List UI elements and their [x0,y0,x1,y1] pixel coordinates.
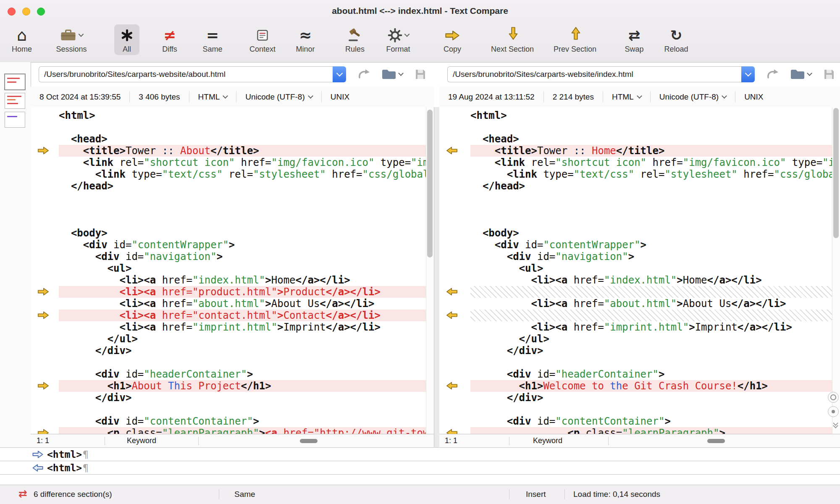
code-line[interactable]: <p class="learnParagraph"> [470,427,840,434]
code-line[interactable] [59,204,434,215]
right-format-dropdown[interactable]: HTML [603,92,650,102]
toolbar-rules-button[interactable]: Rules [339,24,370,55]
right-path-dropdown-button[interactable] [741,66,755,82]
code-line[interactable]: <div id="contentContainer"> [470,415,840,427]
left-code-pane[interactable]: <html> <head> <title>Tower :: About</tit… [31,107,434,434]
diff-section-arrow[interactable] [37,311,50,320]
code-line[interactable]: <ul> [470,262,840,274]
code-line[interactable]: <link rel="shortcut icon" href="img/favi… [59,157,434,168]
code-line[interactable]: </div> [470,392,840,404]
diff-section-arrow[interactable] [446,287,458,296]
left-folder-icon[interactable] [381,68,403,80]
toolbar-copy-button[interactable]: Copy [438,24,467,55]
left-scrollbar-thumb[interactable] [427,110,433,257]
left-code-editor[interactable]: <html> <head> <title>Tower :: About</tit… [59,107,434,434]
left-path-dropdown-button[interactable] [333,66,346,82]
code-line[interactable] [59,121,434,133]
code-line[interactable]: <li><a href="about.html">About Us</a></l… [59,298,434,310]
scroll-to-end-button[interactable] [834,421,837,426]
close-button[interactable] [8,8,16,16]
code-line[interactable]: <li><a href="imprint.html">Imprint</a></… [470,321,840,333]
right-history-icon[interactable] [766,68,779,80]
missing-line-row[interactable] [470,286,840,298]
left-file-path-input[interactable] [39,66,333,82]
code-line[interactable]: <link type="text/css" rel="stylesheet" h… [59,168,434,180]
toolbar-minor-button[interactable]: ≈Minor [290,24,320,55]
minimize-button[interactable] [22,8,30,16]
diff-section-arrow[interactable] [37,146,50,155]
code-line[interactable]: <link rel="shortcut icon" href="img/favi… [470,157,840,168]
code-line[interactable]: </div> [59,392,434,404]
code-line[interactable]: </div> [59,345,434,357]
code-line[interactable]: <link type="text/css" rel="stylesheet" h… [470,168,840,180]
left-vertical-scrollbar[interactable] [426,107,434,434]
code-line[interactable]: <html> [59,110,434,121]
code-line[interactable]: <h1>About This Project</h1> [59,380,434,392]
code-line[interactable]: </ul> [470,333,840,345]
code-line[interactable]: <ul> [59,262,434,274]
diff-section-arrow[interactable] [37,428,50,434]
right-save-icon[interactable] [823,68,835,81]
code-line[interactable]: <html> [470,110,840,121]
toolbar-all-button[interactable]: All [114,24,139,55]
code-line[interactable] [470,192,840,204]
overview-page-thumbnail[interactable] [5,74,25,90]
overview-page-thumbnail[interactable] [5,112,25,128]
left-save-icon[interactable] [414,68,427,81]
toolbar-sessions-button[interactable]: Sessions [50,24,92,55]
right-code-pane[interactable]: <html> <head> <title>Tower :: Home</titl… [439,107,840,434]
code-line[interactable] [59,404,434,415]
code-line[interactable] [470,204,840,215]
code-line[interactable]: </head> [59,180,434,192]
code-line[interactable]: <li><a href="index.html">Home</a></li> [470,274,840,286]
code-line[interactable] [470,215,840,227]
code-line[interactable]: </div> [470,345,840,357]
code-line[interactable]: <div id="contentWrapper"> [470,239,840,251]
diff-section-arrow[interactable] [446,381,458,390]
toolbar-same-button[interactable]: =Same [197,24,228,55]
right-file-path-input[interactable] [447,66,741,82]
code-line[interactable]: <div id="contentWrapper"> [59,239,434,251]
toolbar-next-section-button[interactable]: Next Section [485,24,540,55]
toolbar-reload-button[interactable]: ↻Reload [658,24,694,55]
missing-line-row[interactable] [470,310,840,321]
code-line[interactable] [59,192,434,204]
code-line[interactable]: <h1>Welcome to the Git Crash Course!</h1… [470,380,840,392]
diff-section-arrow[interactable] [446,311,458,320]
right-scrollbar-thumb[interactable] [833,108,839,238]
toolbar-format-button[interactable]: Format [380,24,416,55]
code-line[interactable] [470,357,840,368]
code-line[interactable]: <body> [470,227,840,239]
code-line[interactable]: <div id="contentContainer"> [59,415,434,427]
left-history-icon[interactable] [357,68,370,80]
diff-section-arrow[interactable] [37,381,50,390]
code-line[interactable]: <head> [59,133,434,145]
toolbar-prev-section-button[interactable]: Prev Section [548,24,602,55]
code-line[interactable]: <div id="headerContainer"> [59,368,434,380]
code-line[interactable]: <title>Tower :: About</title> [59,145,434,157]
code-line[interactable]: </head> [470,180,840,192]
code-line[interactable]: <head> [470,133,840,145]
overview-page-thumbnail[interactable] [5,93,25,109]
left-encoding-dropdown[interactable]: Unicode (UTF-8) [236,92,321,102]
code-line[interactable]: </ul> [59,333,434,345]
code-line[interactable] [470,121,840,133]
diff-section-arrow[interactable] [37,287,50,296]
code-line[interactable]: <li><a href="imprint.html">Imprint</a></… [59,321,434,333]
right-code-editor[interactable]: <html> <head> <title>Tower :: Home</titl… [470,107,840,434]
code-line[interactable]: <body> [59,227,434,239]
code-line[interactable]: <div id="navigation"> [59,251,434,262]
code-line[interactable] [59,357,434,368]
code-line[interactable]: <div id="headerContainer"> [470,368,840,380]
left-format-dropdown[interactable]: HTML [189,92,236,102]
locate-difference-button[interactable] [828,406,839,417]
diff-section-arrow[interactable] [446,428,458,434]
toolbar-home-button[interactable]: ⌂Home [6,24,38,55]
code-line[interactable]: <li><a href="about.html">About Us</a></l… [470,298,840,310]
code-line[interactable]: <p class="learnParagraph"><a href="http:… [59,427,434,434]
toolbar-swap-button[interactable]: ⇄Swap [619,24,649,55]
right-vertical-scrollbar[interactable] [832,107,840,434]
code-line[interactable]: <li><a href="index.html">Home</a></li> [59,274,434,286]
code-line[interactable]: <title>Tower :: Home</title> [470,145,840,157]
code-line[interactable]: <li><a href="contact.html">Contact</a></… [59,310,434,321]
